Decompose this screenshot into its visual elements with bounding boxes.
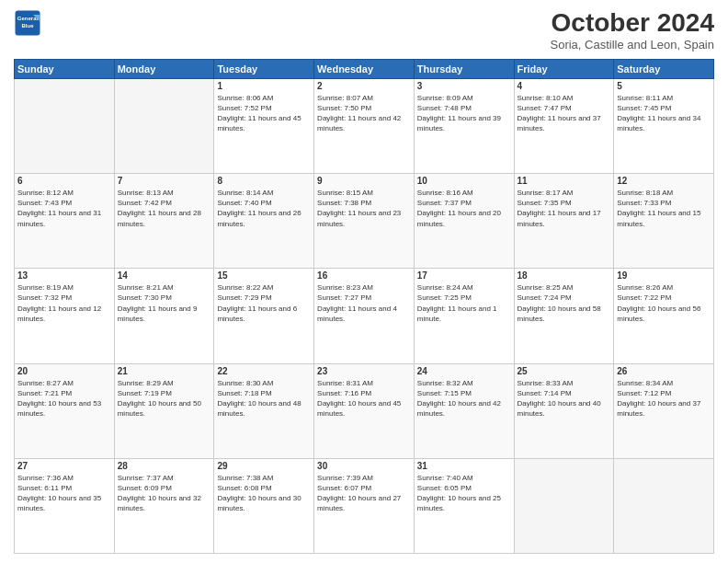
day-info: Sunrise: 8:30 AMSunset: 7:18 PMDaylight:… bbox=[217, 378, 311, 419]
day-number: 31 bbox=[417, 461, 511, 471]
header: General Blue October 2024 Soria, Castill… bbox=[14, 9, 714, 52]
day-number: 30 bbox=[317, 461, 411, 471]
day-number: 21 bbox=[118, 366, 211, 376]
calendar-cell: 17Sunrise: 8:24 AMSunset: 7:25 PMDayligh… bbox=[414, 269, 514, 363]
day-info: Sunrise: 7:39 AMSunset: 6:07 PMDaylight:… bbox=[317, 473, 411, 514]
day-number: 16 bbox=[317, 270, 411, 281]
day-info: Sunrise: 8:15 AMSunset: 7:38 PMDaylight:… bbox=[317, 188, 411, 229]
day-info: Sunrise: 8:14 AMSunset: 7:40 PMDaylight:… bbox=[217, 188, 311, 229]
logo-icon: General Blue bbox=[14, 9, 41, 37]
day-info: Sunrise: 8:23 AMSunset: 7:27 PMDaylight:… bbox=[317, 282, 411, 324]
calendar-cell: 7Sunrise: 8:13 AMSunset: 7:42 PMDaylight… bbox=[114, 174, 214, 269]
calendar-cell: 19Sunrise: 8:26 AMSunset: 7:22 PMDayligh… bbox=[614, 269, 714, 363]
day-info: Sunrise: 8:34 AMSunset: 7:12 PMDaylight:… bbox=[617, 378, 711, 419]
day-number: 9 bbox=[317, 176, 411, 186]
day-number: 8 bbox=[217, 176, 311, 186]
main-title: October 2024 bbox=[550, 9, 714, 38]
day-number: 24 bbox=[417, 366, 511, 376]
day-number: 28 bbox=[118, 461, 211, 471]
calendar-cell bbox=[514, 458, 614, 553]
logo: General Blue bbox=[14, 9, 41, 37]
calendar-cell: 13Sunrise: 8:19 AMSunset: 7:32 PMDayligh… bbox=[15, 269, 115, 363]
calendar-cell: 31Sunrise: 7:40 AMSunset: 6:05 PMDayligh… bbox=[414, 458, 514, 553]
calendar-cell: 23Sunrise: 8:31 AMSunset: 7:16 PMDayligh… bbox=[314, 363, 415, 458]
calendar-week-row: 13Sunrise: 8:19 AMSunset: 7:32 PMDayligh… bbox=[15, 269, 714, 363]
calendar-cell: 8Sunrise: 8:14 AMSunset: 7:40 PMDaylight… bbox=[214, 174, 314, 269]
day-info: Sunrise: 8:27 AMSunset: 7:21 PMDaylight:… bbox=[17, 378, 111, 419]
day-info: Sunrise: 8:10 AMSunset: 7:47 PMDaylight:… bbox=[518, 93, 611, 134]
day-number: 11 bbox=[518, 176, 611, 186]
calendar-week-row: 6Sunrise: 8:12 AMSunset: 7:43 PMDaylight… bbox=[15, 174, 714, 269]
calendar-cell: 20Sunrise: 8:27 AMSunset: 7:21 PMDayligh… bbox=[15, 363, 115, 458]
calendar-cell: 29Sunrise: 7:38 AMSunset: 6:08 PMDayligh… bbox=[214, 458, 314, 553]
day-number: 25 bbox=[518, 366, 611, 376]
calendar-cell bbox=[614, 458, 714, 553]
subtitle: Soria, Castille and Leon, Spain bbox=[550, 38, 714, 52]
day-header: Sunday bbox=[15, 59, 115, 78]
svg-text:Blue: Blue bbox=[21, 23, 34, 29]
day-number: 17 bbox=[417, 270, 511, 281]
calendar-cell: 2Sunrise: 8:07 AMSunset: 7:50 PMDaylight… bbox=[314, 78, 415, 173]
day-number: 18 bbox=[518, 270, 611, 281]
calendar-cell: 1Sunrise: 8:06 AMSunset: 7:52 PMDaylight… bbox=[214, 78, 314, 173]
calendar-cell: 15Sunrise: 8:22 AMSunset: 7:29 PMDayligh… bbox=[214, 269, 314, 363]
day-info: Sunrise: 8:26 AMSunset: 7:22 PMDaylight:… bbox=[617, 282, 711, 324]
day-number: 23 bbox=[317, 366, 411, 376]
calendar-cell: 25Sunrise: 8:33 AMSunset: 7:14 PMDayligh… bbox=[514, 363, 614, 458]
day-header: Tuesday bbox=[214, 59, 314, 78]
day-info: Sunrise: 7:38 AMSunset: 6:08 PMDaylight:… bbox=[217, 473, 311, 514]
day-number: 12 bbox=[617, 176, 711, 186]
calendar-cell: 12Sunrise: 8:18 AMSunset: 7:33 PMDayligh… bbox=[614, 174, 714, 269]
calendar-body: 1Sunrise: 8:06 AMSunset: 7:52 PMDaylight… bbox=[15, 78, 714, 553]
calendar-cell: 16Sunrise: 8:23 AMSunset: 7:27 PMDayligh… bbox=[314, 269, 415, 363]
day-info: Sunrise: 8:21 AMSunset: 7:30 PMDaylight:… bbox=[118, 282, 211, 324]
calendar-cell: 26Sunrise: 8:34 AMSunset: 7:12 PMDayligh… bbox=[614, 363, 714, 458]
day-number: 14 bbox=[118, 270, 211, 281]
day-header: Friday bbox=[514, 59, 614, 78]
day-number: 15 bbox=[217, 270, 311, 281]
day-number: 19 bbox=[617, 270, 711, 281]
day-number: 13 bbox=[17, 270, 111, 281]
day-number: 10 bbox=[417, 176, 511, 186]
day-info: Sunrise: 8:09 AMSunset: 7:48 PMDaylight:… bbox=[417, 93, 511, 134]
day-info: Sunrise: 8:22 AMSunset: 7:29 PMDaylight:… bbox=[217, 282, 311, 324]
calendar-cell: 27Sunrise: 7:36 AMSunset: 6:11 PMDayligh… bbox=[15, 458, 115, 553]
calendar-header-row: SundayMondayTuesdayWednesdayThursdayFrid… bbox=[15, 59, 714, 78]
calendar-cell: 5Sunrise: 8:11 AMSunset: 7:45 PMDaylight… bbox=[614, 78, 714, 173]
day-number: 1 bbox=[217, 81, 311, 91]
calendar-cell: 30Sunrise: 7:39 AMSunset: 6:07 PMDayligh… bbox=[314, 458, 415, 553]
day-info: Sunrise: 8:24 AMSunset: 7:25 PMDaylight:… bbox=[417, 282, 511, 324]
title-block: October 2024 Soria, Castille and Leon, S… bbox=[550, 9, 714, 52]
calendar-cell: 6Sunrise: 8:12 AMSunset: 7:43 PMDaylight… bbox=[15, 174, 115, 269]
day-info: Sunrise: 8:17 AMSunset: 7:35 PMDaylight:… bbox=[518, 188, 611, 229]
day-number: 2 bbox=[317, 81, 411, 91]
calendar-week-row: 20Sunrise: 8:27 AMSunset: 7:21 PMDayligh… bbox=[15, 363, 714, 458]
day-info: Sunrise: 8:07 AMSunset: 7:50 PMDaylight:… bbox=[317, 93, 411, 134]
calendar-cell bbox=[15, 78, 115, 173]
day-info: Sunrise: 8:31 AMSunset: 7:16 PMDaylight:… bbox=[317, 378, 411, 419]
day-info: Sunrise: 7:37 AMSunset: 6:09 PMDaylight:… bbox=[118, 473, 211, 514]
day-number: 5 bbox=[617, 81, 711, 91]
day-number: 27 bbox=[17, 461, 111, 471]
day-header: Saturday bbox=[614, 59, 714, 78]
calendar-cell: 4Sunrise: 8:10 AMSunset: 7:47 PMDaylight… bbox=[514, 78, 614, 173]
calendar-cell: 14Sunrise: 8:21 AMSunset: 7:30 PMDayligh… bbox=[114, 269, 214, 363]
day-info: Sunrise: 8:13 AMSunset: 7:42 PMDaylight:… bbox=[118, 188, 211, 229]
day-info: Sunrise: 7:36 AMSunset: 6:11 PMDaylight:… bbox=[17, 473, 111, 514]
page: General Blue October 2024 Soria, Castill… bbox=[0, 0, 728, 563]
calendar-cell bbox=[114, 78, 214, 173]
day-info: Sunrise: 8:19 AMSunset: 7:32 PMDaylight:… bbox=[17, 282, 111, 324]
day-number: 3 bbox=[417, 81, 511, 91]
day-info: Sunrise: 8:18 AMSunset: 7:33 PMDaylight:… bbox=[617, 188, 711, 229]
calendar-cell: 22Sunrise: 8:30 AMSunset: 7:18 PMDayligh… bbox=[214, 363, 314, 458]
calendar-cell: 10Sunrise: 8:16 AMSunset: 7:37 PMDayligh… bbox=[414, 174, 514, 269]
calendar-cell: 24Sunrise: 8:32 AMSunset: 7:15 PMDayligh… bbox=[414, 363, 514, 458]
calendar-cell: 18Sunrise: 8:25 AMSunset: 7:24 PMDayligh… bbox=[514, 269, 614, 363]
day-header: Monday bbox=[114, 59, 214, 78]
day-info: Sunrise: 8:32 AMSunset: 7:15 PMDaylight:… bbox=[417, 378, 511, 419]
day-info: Sunrise: 7:40 AMSunset: 6:05 PMDaylight:… bbox=[417, 473, 511, 514]
calendar-week-row: 27Sunrise: 7:36 AMSunset: 6:11 PMDayligh… bbox=[15, 458, 714, 553]
day-info: Sunrise: 8:16 AMSunset: 7:37 PMDaylight:… bbox=[417, 188, 511, 229]
day-number: 29 bbox=[217, 461, 311, 471]
day-number: 20 bbox=[17, 366, 111, 376]
